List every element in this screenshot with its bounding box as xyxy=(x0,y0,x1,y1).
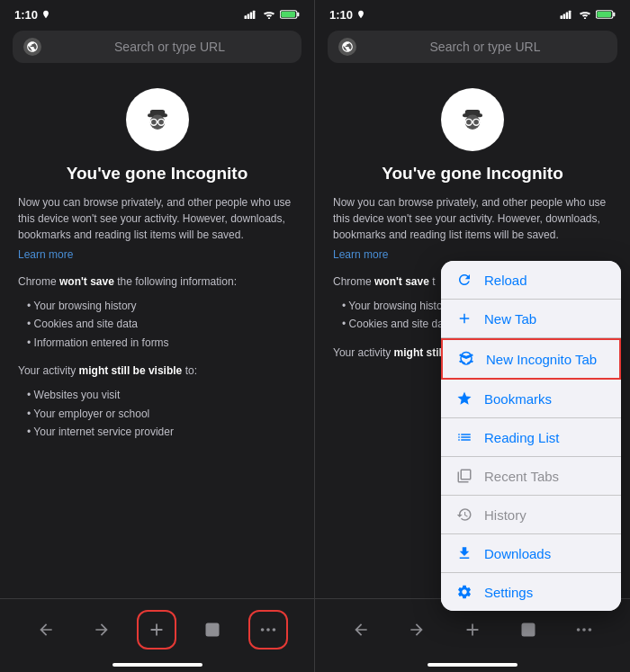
right-battery-icon xyxy=(596,6,616,22)
svg-rect-23 xyxy=(566,13,569,20)
right-status-icons xyxy=(560,6,616,22)
left-incognito-desc: Now you can browse privately, and other … xyxy=(18,194,296,243)
recent-tabs-icon xyxy=(455,467,473,485)
settings-icon xyxy=(455,583,473,601)
menu-incognito-label: New Incognito Tab xyxy=(486,352,597,367)
time-text: 1:10 xyxy=(14,8,38,22)
svg-point-25 xyxy=(584,17,586,19)
right-globe-icon xyxy=(338,38,356,56)
left-phone-panel: 1:10 xyxy=(0,0,315,672)
bullet-employer: Your employer or school xyxy=(27,405,296,423)
svg-text:1: 1 xyxy=(526,626,530,634)
svg-rect-2 xyxy=(250,13,253,20)
left-incognito-title: You've gone Incognito xyxy=(18,164,296,184)
svg-rect-21 xyxy=(561,15,563,19)
right-back-button[interactable] xyxy=(341,610,381,650)
svg-point-40 xyxy=(582,628,586,632)
plus-icon xyxy=(455,309,473,327)
menu-item-reload[interactable]: Reload xyxy=(441,261,621,300)
bullet-browsing-history: Your browsing history xyxy=(27,297,296,315)
menu-history-label: History xyxy=(484,507,526,523)
menu-button[interactable] xyxy=(248,610,288,650)
menu-downloads-label: Downloads xyxy=(484,546,551,561)
tabs-button[interactable]: 1 xyxy=(193,610,232,650)
list-icon xyxy=(455,428,473,446)
right-phone-panel: 1:10 xyxy=(315,0,630,672)
left-wont-save: Chrome won't save the following informat… xyxy=(18,273,296,290)
bullet-forms: Information entered in forms xyxy=(27,334,296,352)
bullet-cookies: Cookies and site data xyxy=(27,315,296,333)
right-tabs-button[interactable]: 1 xyxy=(508,610,548,650)
left-incognito-icon-wrap xyxy=(18,88,296,151)
left-search-bar[interactable]: Search or type URL xyxy=(13,31,302,63)
right-forward-button[interactable] xyxy=(397,610,436,650)
right-incognito-circle xyxy=(441,88,504,151)
right-search-input[interactable]: Search or type URL xyxy=(364,40,607,54)
menu-item-bookmarks[interactable]: Bookmarks xyxy=(441,380,621,418)
menu-item-reading-list[interactable]: Reading List xyxy=(441,418,621,457)
left-bullets2: Websites you visit Your employer or scho… xyxy=(18,386,296,441)
svg-rect-9 xyxy=(149,110,165,115)
home-indicator-right xyxy=(428,663,518,667)
bullet-isp: Your internet service provider xyxy=(27,423,296,441)
star-icon xyxy=(455,390,473,408)
right-search-bar[interactable]: Search or type URL xyxy=(328,31,617,63)
download-icon xyxy=(455,544,473,562)
incognito-menu-icon xyxy=(457,350,475,368)
menu-item-new-incognito-tab[interactable]: New Incognito Tab xyxy=(441,338,621,380)
svg-point-19 xyxy=(266,628,270,632)
menu-item-history[interactable]: History xyxy=(441,496,621,534)
svg-point-39 xyxy=(577,628,580,632)
left-incognito-content: You've gone Incognito Now you can browse… xyxy=(0,70,314,598)
globe-icon xyxy=(23,38,41,56)
left-bullets1: Your browsing history Cookies and site d… xyxy=(18,297,296,352)
right-menu-button[interactable] xyxy=(564,610,604,650)
svg-rect-6 xyxy=(297,13,299,16)
menu-item-downloads[interactable]: Downloads xyxy=(441,534,621,573)
left-status-icons xyxy=(244,6,300,22)
bullet-websites: Websites you visit xyxy=(27,386,296,404)
menu-bookmarks-label: Bookmarks xyxy=(484,391,552,407)
reload-icon xyxy=(455,271,473,289)
svg-rect-22 xyxy=(563,13,566,19)
svg-rect-30 xyxy=(465,110,481,115)
right-status-time: 1:10 xyxy=(329,8,365,22)
left-bottom-bar: 1 xyxy=(0,598,314,659)
right-status-bar: 1:10 xyxy=(315,0,630,25)
menu-settings-label: Settings xyxy=(484,585,533,600)
menu-recent-tabs-label: Recent Tabs xyxy=(484,469,559,484)
left-status-bar: 1:10 xyxy=(0,0,314,25)
left-status-time: 1:10 xyxy=(14,8,50,22)
right-time-text: 1:10 xyxy=(329,8,353,22)
svg-rect-7 xyxy=(281,12,295,17)
right-wifi-icon xyxy=(579,6,591,22)
svg-point-20 xyxy=(273,628,276,632)
back-button[interactable] xyxy=(26,610,66,650)
left-learn-more[interactable]: Learn more xyxy=(18,248,296,261)
menu-item-new-tab[interactable]: New Tab xyxy=(441,300,621,338)
left-search-input[interactable]: Search or type URL xyxy=(49,40,291,54)
svg-rect-24 xyxy=(569,11,572,19)
menu-new-tab-label: New Tab xyxy=(484,311,536,327)
signal-icon xyxy=(244,6,258,22)
menu-item-recent-tabs[interactable]: Recent Tabs xyxy=(441,457,621,496)
right-learn-more[interactable]: Learn more xyxy=(333,248,612,261)
svg-rect-27 xyxy=(613,13,615,16)
menu-item-settings[interactable]: Settings xyxy=(441,573,621,611)
svg-rect-0 xyxy=(245,15,248,19)
svg-point-41 xyxy=(589,628,592,632)
svg-rect-28 xyxy=(597,12,611,17)
wifi-icon xyxy=(263,6,275,22)
right-incognito-title: You've gone Incognito xyxy=(333,164,612,184)
battery-icon xyxy=(280,6,300,22)
right-incognito-icon-wrap xyxy=(333,88,612,151)
home-indicator-left xyxy=(112,663,202,667)
context-menu: Reload New Tab New Incognito Tab Bookmar… xyxy=(441,261,621,611)
right-add-tab-button[interactable] xyxy=(453,610,492,650)
svg-point-18 xyxy=(261,628,265,632)
svg-rect-3 xyxy=(253,11,256,19)
forward-button[interactable] xyxy=(82,610,122,650)
svg-text:1: 1 xyxy=(211,626,214,634)
svg-rect-1 xyxy=(248,13,250,19)
add-tab-button[interactable] xyxy=(137,610,176,650)
